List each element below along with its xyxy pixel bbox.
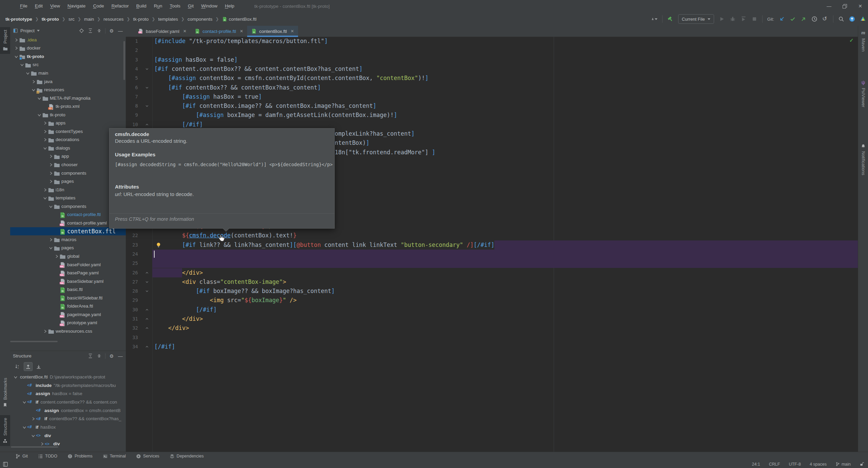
code-line-1[interactable]: [#include "/tk-proto/templates/macros/bu… xyxy=(154,37,328,46)
tool-window-button-dependencies[interactable]: Dependencies xyxy=(170,454,204,459)
code-line-9[interactable]: [#assign boxImage = damfn.getAssetLink(c… xyxy=(154,111,397,120)
structure-item-if[interactable]: <#if hasBox xyxy=(10,423,126,431)
code-line-23[interactable]: [#if link?? && link?has_content][@button… xyxy=(154,240,494,250)
stop-icon[interactable] xyxy=(751,16,757,22)
project-tree-item-apps[interactable]: apps xyxy=(10,119,126,127)
structure-item-contentBox.ftl[interactable]: ftlcontentBox.ftl D:\java\workspace\tk-p… xyxy=(10,373,126,381)
tool-window-switcher-icon[interactable] xyxy=(3,462,8,467)
chevron-right-icon[interactable] xyxy=(42,129,48,134)
menu-file[interactable]: File xyxy=(16,0,31,12)
expand-all-icon[interactable] xyxy=(87,353,93,359)
fold-marker-icon[interactable] xyxy=(145,83,150,92)
breadcrumb-item[interactable]: components xyxy=(187,17,213,22)
chevron-down-icon[interactable] xyxy=(48,245,54,250)
code-line-3[interactable]: [#assign hasBox = false] xyxy=(154,55,238,64)
navigate-down-toggle-icon[interactable] xyxy=(35,363,43,371)
project-tree-item-pageImage.yaml[interactable]: YMLpageImage.yaml xyxy=(10,310,126,319)
minimize-button[interactable]: — xyxy=(821,0,837,12)
chevron-right-icon[interactable] xyxy=(42,137,48,142)
fold-marker-icon[interactable] xyxy=(145,305,150,314)
code-line-32[interactable]: </div> xyxy=(154,324,189,333)
project-vertical-scrollbar[interactable] xyxy=(123,41,125,80)
fold-marker-icon[interactable] xyxy=(145,342,150,351)
project-tree-item-contentTypes[interactable]: contentTypes xyxy=(10,127,126,136)
build-hammer-icon[interactable] xyxy=(667,16,673,22)
project-tree-item-templates[interactable]: templates xyxy=(10,194,126,202)
code-line-30[interactable]: [/#if] xyxy=(154,305,217,314)
menu-code[interactable]: Code xyxy=(89,0,107,12)
structure-item-div[interactable]: <>div xyxy=(10,431,126,440)
project-tree-item-decorations[interactable]: decorations xyxy=(10,136,126,144)
menu-git[interactable]: Git xyxy=(184,0,197,12)
project-tree-item-pages[interactable]: pages xyxy=(10,244,126,252)
project-tree-item-tk-proto.xml[interactable]: <>tk-proto.xml xyxy=(10,102,126,111)
fold-marker-icon[interactable] xyxy=(145,314,150,324)
tool-window-button-terminal[interactable]: Terminal xyxy=(103,454,126,459)
code-line-34[interactable]: [/#if] xyxy=(154,342,175,351)
git-branch[interactable]: main xyxy=(835,462,851,467)
code-line-8[interactable]: [#if contentBox.image?? && contentBox.im… xyxy=(154,101,376,111)
tool-window-button-bookmarks[interactable]: Bookmarks xyxy=(0,375,10,410)
locate-file-icon[interactable] xyxy=(79,28,84,34)
git-update-icon[interactable] xyxy=(779,16,785,22)
chevron-right-icon[interactable] xyxy=(42,329,48,334)
search-everywhere-icon[interactable] xyxy=(838,16,844,22)
chevron-right-icon[interactable] xyxy=(31,79,36,84)
collapse-all-icon[interactable] xyxy=(96,353,102,359)
fold-marker-icon[interactable] xyxy=(145,120,150,129)
fold-marker-icon[interactable] xyxy=(145,101,150,111)
editor-tab-contact-profile.ftl[interactable]: ftlcontact-profile.ftl✕ xyxy=(191,26,247,37)
structure-horizontal-scrollbar[interactable] xyxy=(11,446,58,448)
chevron-down-icon[interactable] xyxy=(22,425,27,430)
structure-item-if[interactable]: <#if content.contentBox?? && content.con xyxy=(10,398,126,406)
editor-tab-contentBox.ftl[interactable]: ftlcontentBox.ftl✕ xyxy=(247,26,298,37)
menu-build[interactable]: Build xyxy=(133,0,150,12)
project-tree-item-components[interactable]: components xyxy=(10,202,126,211)
fold-marker-icon[interactable] xyxy=(145,268,150,277)
tool-window-button-maven[interactable]: m Maven xyxy=(858,27,868,54)
project-tree-item-prototype.yaml[interactable]: YMLprototype.yaml xyxy=(10,319,126,327)
chevron-right-icon[interactable] xyxy=(48,154,54,159)
run-icon[interactable] xyxy=(719,16,725,22)
breadcrumb-item[interactable]: tk-proto xyxy=(133,17,150,22)
menu-refactor[interactable]: Refactor xyxy=(108,0,133,12)
breadcrumb-item[interactable]: templates xyxy=(157,17,179,22)
code-line-31[interactable]: </div> xyxy=(154,314,203,324)
history-icon[interactable] xyxy=(811,16,817,22)
run-with-coverage-icon[interactable] xyxy=(741,16,747,22)
indent-setting[interactable]: 4 spaces xyxy=(810,462,827,467)
structure-item-assign[interactable]: <#assign contentBox = cmsfn.contentB xyxy=(10,406,126,415)
intention-lightbulb-icon[interactable] xyxy=(156,242,161,248)
breadcrumb-item[interactable]: tk-proto xyxy=(41,17,60,22)
chevron-right-icon[interactable] xyxy=(48,179,54,184)
chevron-down-icon[interactable] xyxy=(19,62,25,67)
project-tree-item-basic.ftl[interactable]: ftlbasic.ftl xyxy=(10,285,126,294)
menu-tools[interactable]: Tools xyxy=(166,0,184,12)
ide-update-icon[interactable] xyxy=(849,16,855,22)
chevron-down-icon[interactable] xyxy=(37,112,42,117)
project-tree-item-basicWSidebar.ftl[interactable]: ftlbasicWSidebar.ftl xyxy=(10,294,126,302)
chevron-down-icon[interactable] xyxy=(25,71,31,76)
project-tree-item-webresources.css[interactable]: webresources.css xyxy=(10,327,126,335)
project-tree-item-components[interactable]: components xyxy=(10,169,126,177)
chevron-right-icon[interactable] xyxy=(48,162,54,167)
close-tab-icon[interactable]: ✕ xyxy=(183,29,186,34)
tool-window-button-problems[interactable]: Problems xyxy=(67,454,93,459)
project-tree-item-tk-proto[interactable]: tk-proto xyxy=(10,111,126,119)
breadcrumb-item[interactable]: main xyxy=(83,17,95,22)
breadcrumb-item[interactable]: ftlcontentBox.ftl xyxy=(221,17,257,22)
code-line-29[interactable]: <img src="${boxImage}" /> xyxy=(154,296,297,305)
hide-panel-icon[interactable]: — xyxy=(118,353,123,359)
chevron-down-icon[interactable] xyxy=(42,145,48,151)
project-tree-item-META-INF.magnolia[interactable]: META-INF.magnolia xyxy=(10,94,126,102)
fold-marker-icon[interactable] xyxy=(145,324,150,333)
project-tree-item-resources[interactable]: resources xyxy=(10,85,126,94)
menu-run[interactable]: Run xyxy=(150,0,166,12)
project-tree-item-app[interactable]: app xyxy=(10,152,126,161)
project-tree-item-chooser[interactable]: chooser xyxy=(10,160,126,169)
settings-gear-icon[interactable]: ⚙ xyxy=(109,28,114,34)
profile-icon[interactable] xyxy=(651,16,657,22)
breadcrumb-item[interactable]: resources xyxy=(103,17,124,22)
project-tree-item-contentBox.ftl[interactable]: ftlcontentBox.ftl xyxy=(10,227,126,236)
code-line-28[interactable]: [#if boxImage?? && boxImage?has_content] xyxy=(154,287,335,296)
